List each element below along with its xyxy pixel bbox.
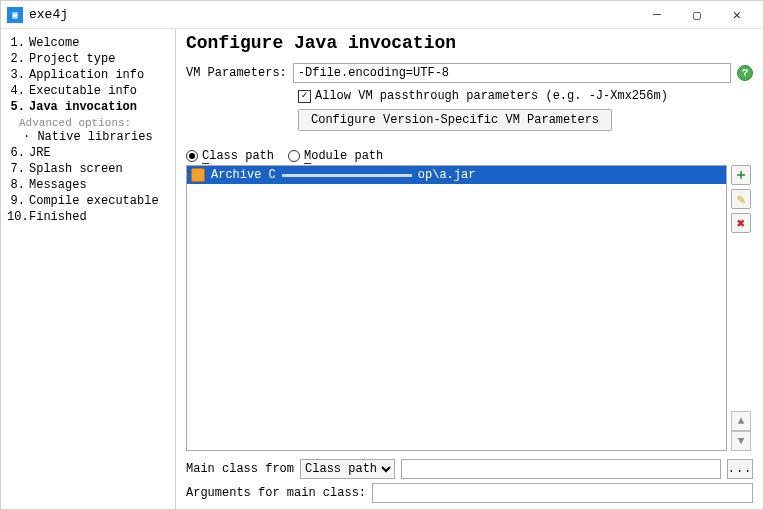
step-exeinfo[interactable]: 4.Executable info bbox=[5, 83, 171, 99]
allow-passthrough-label: Allow VM passthrough parameters (e.g. -J… bbox=[315, 89, 668, 103]
step-messages[interactable]: 8.Messages bbox=[5, 177, 171, 193]
advanced-options-label: Advanced options: bbox=[5, 115, 171, 129]
args-label: Arguments for main class: bbox=[186, 486, 366, 500]
maximize-button[interactable]: ▢ bbox=[677, 4, 717, 26]
minimize-button[interactable]: — bbox=[637, 4, 677, 26]
mainclass-label: Main class from bbox=[186, 462, 294, 476]
move-up-button[interactable]: ▲ bbox=[731, 411, 751, 431]
radio-classpath[interactable]: Class path bbox=[186, 149, 274, 163]
classpath-entry[interactable]: Archive C op\a.jar bbox=[187, 166, 726, 184]
sidebar: 1.Welcome 2.Project type 3.Application i… bbox=[1, 29, 176, 509]
titlebar: ▣ exe4j — ▢ ✕ bbox=[1, 1, 763, 29]
step-projecttype[interactable]: 2.Project type bbox=[5, 51, 171, 67]
close-button[interactable]: ✕ bbox=[717, 4, 757, 26]
entry-suffix: op\a.jar bbox=[418, 168, 476, 182]
page-title: Configure Java invocation bbox=[186, 33, 753, 53]
edit-button[interactable]: ✎ bbox=[731, 189, 751, 209]
check-icon: ✓ bbox=[298, 90, 311, 103]
remove-button[interactable]: ✖ bbox=[731, 213, 751, 233]
step-javainvocation[interactable]: 5.Java invocation bbox=[5, 99, 171, 115]
allow-passthrough-checkbox[interactable]: ✓ Allow VM passthrough parameters (e.g. … bbox=[298, 89, 668, 103]
help-icon[interactable]: ? bbox=[737, 65, 753, 81]
step-compile[interactable]: 9.Compile executable bbox=[5, 193, 171, 209]
step-splash[interactable]: 7.Splash screen bbox=[5, 161, 171, 177]
jar-icon bbox=[191, 168, 205, 182]
obscured-path bbox=[282, 174, 412, 177]
radio-icon bbox=[288, 150, 300, 162]
mainclass-input[interactable] bbox=[401, 459, 721, 479]
step-welcome[interactable]: 1.Welcome bbox=[5, 35, 171, 51]
radio-modulepath-label: odule path bbox=[311, 149, 383, 163]
vm-params-label: VM Parameters: bbox=[186, 66, 287, 80]
add-button[interactable]: ＋ bbox=[731, 165, 751, 185]
step-jre[interactable]: 6.JRE bbox=[5, 145, 171, 161]
vm-params-input[interactable] bbox=[293, 63, 731, 83]
radio-classpath-label: lass path bbox=[209, 149, 274, 163]
step-finished[interactable]: 10.Finished bbox=[5, 209, 171, 225]
entry-prefix: Archive C bbox=[211, 168, 276, 182]
browse-mainclass-button[interactable]: ... bbox=[727, 459, 753, 479]
step-appinfo[interactable]: 3.Application info bbox=[5, 67, 171, 83]
mainclass-source-select[interactable]: Class path bbox=[300, 459, 395, 479]
app-icon: ▣ bbox=[7, 7, 23, 23]
window-title: exe4j bbox=[29, 7, 637, 22]
config-version-params-button[interactable]: Configure Version-Specific VM Parameters bbox=[298, 109, 612, 131]
args-input[interactable] bbox=[372, 483, 753, 503]
radio-icon bbox=[186, 150, 198, 162]
radio-modulepath[interactable]: Module path bbox=[288, 149, 383, 163]
move-down-button[interactable]: ▼ bbox=[731, 431, 751, 451]
step-nativelibs[interactable]: · Native libraries bbox=[5, 129, 171, 145]
classpath-list[interactable]: Archive C op\a.jar bbox=[186, 165, 727, 451]
